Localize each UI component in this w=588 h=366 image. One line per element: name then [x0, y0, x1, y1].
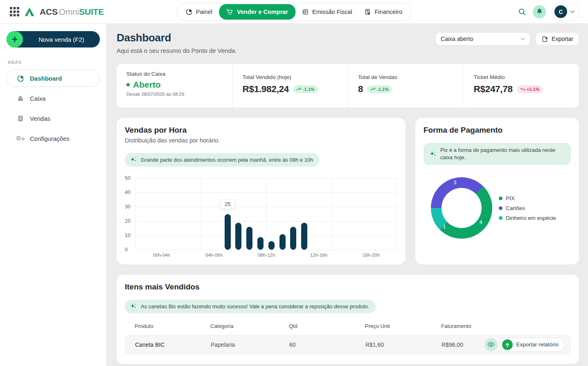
plus-icon	[7, 31, 23, 47]
stat-ticket-medio: Ticket Médio R$247,78 +1.1%	[464, 64, 579, 108]
hourly-sales-card: Vendas por Hora Distribuição das vendas …	[117, 118, 406, 264]
legend-dot	[499, 216, 502, 220]
search-icon	[518, 7, 527, 16]
cell-produto: Caneta BIC	[135, 341, 211, 348]
sidebar-item-label: Dashboard	[30, 75, 62, 82]
sidebar-item-label: Configurações	[30, 135, 70, 142]
stats-cards: Status do Caixa Aberto Desde 28/07/2025 …	[117, 64, 579, 108]
stat-status-do-caixa: Status do Caixa Aberto Desde 28/07/2025 …	[117, 64, 232, 108]
new-sale-label: Nova venda (F2)	[38, 36, 84, 43]
sidebar-item-caixa[interactable]: Caixa	[7, 90, 100, 107]
file-export-icon	[541, 36, 548, 43]
new-sale-button[interactable]: Nova venda (F2)	[7, 31, 100, 47]
payments-insight: Pix é a forma de pagamento mais utilizad…	[424, 143, 571, 165]
payment-donut: 431	[431, 177, 492, 239]
bar	[279, 234, 286, 250]
legend-dot	[499, 206, 502, 210]
hourly-insight-text: Grande parte dos atendimentos ocorrem pe…	[141, 157, 313, 163]
stat-title: Total de Vendas	[358, 74, 454, 80]
gridline	[397, 178, 397, 250]
trend-badge: +1.1%	[517, 85, 543, 93]
page-subtitle: Aqui está o seu resumo do Ponto de Venda…	[117, 47, 237, 54]
page-title: Dashboard	[117, 32, 237, 44]
export-label: Exportar	[552, 36, 573, 42]
donut-slice-value: 3	[454, 180, 457, 185]
x-axis: 00h-04h 04h-06h 08h-12h 12h-16h 16h-20h	[135, 253, 397, 258]
legend-item-pix: PIX	[499, 195, 556, 201]
nav-item-vender-e-comprar[interactable]: Vender e Comprar	[219, 4, 295, 20]
legend-label: Dinheiro em espécie	[506, 215, 556, 221]
sidebar-item-configuracoes[interactable]: ⚙⚙ Configurações	[7, 130, 100, 147]
row-actions: Exportar relatório	[484, 338, 565, 352]
sparkle-icon	[130, 156, 137, 163]
bar-tooltip: 25	[220, 199, 235, 209]
chevron-down-icon	[520, 38, 525, 41]
chevron-down-icon	[570, 10, 575, 14]
nav-item-emissao-fiscal[interactable]: Emissão Fiscal	[296, 5, 358, 19]
gears-icon: ⚙⚙	[17, 136, 24, 142]
receipt-icon	[302, 9, 309, 15]
top-items-insight-text: As canetas Bic estão fazendo muito suces…	[141, 303, 369, 310]
bar	[301, 223, 307, 250]
avatar: C	[554, 5, 567, 18]
sparkle-icon	[130, 303, 137, 310]
sidebar-item-label: Caixa	[30, 95, 45, 102]
y-axis-tick: 10	[125, 233, 131, 238]
hourly-card-title: Vendas por Hora	[125, 126, 397, 135]
nav-item-painel[interactable]: Painel	[180, 5, 218, 19]
cash-filter-value: Caixa aberto	[441, 36, 473, 42]
bar	[246, 227, 252, 250]
payment-donut-hole	[442, 188, 482, 228]
sidebar-item-dashboard[interactable]: Dashboard	[7, 70, 100, 87]
y-axis-tick: 0	[125, 247, 128, 253]
search-button[interactable]	[518, 7, 527, 16]
stat-title: Ticket Médio	[474, 74, 570, 80]
payment-legend: PIX Cartões Dinheiro em espécie	[499, 195, 556, 221]
column-header-categoria: Categoria	[210, 323, 289, 329]
trend-down-icon	[520, 88, 525, 91]
table-row[interactable]: Caneta BIC Papelaria 60 R$1,60 R$96,00 E…	[125, 335, 571, 354]
status-dot	[126, 83, 130, 86]
bar	[290, 227, 296, 250]
primary-nav: Painel Vender e Comprar Emissão Fiscal F…	[176, 3, 412, 21]
nav-item-financeiro[interactable]: Financeiro	[359, 5, 408, 19]
cash-register-icon	[17, 95, 24, 102]
nav-label: Painel	[196, 9, 212, 15]
sidebar-item-label: Vendas	[30, 115, 50, 122]
bell-icon	[536, 8, 543, 15]
stat-total-de-vendas: Total de Vendas 8 -1.1%	[348, 64, 464, 108]
view-item-button[interactable]	[484, 338, 498, 351]
stat-value: 8	[358, 84, 363, 95]
top-items-card: Itens mais Vendidos As canetas Bic estão…	[117, 275, 579, 364]
gridline	[266, 178, 266, 250]
sidebar: Nova venda (F2) ABAS Dashboard Caixa Ven…	[0, 24, 106, 366]
app-grid-icon[interactable]	[10, 7, 19, 16]
eye-icon	[487, 341, 495, 348]
brand-name: ACSOmniSUITE	[40, 7, 104, 17]
payments-card-title: Forma de Pagamento	[424, 126, 571, 135]
stat-value: R$1.982,24	[243, 84, 289, 95]
gridline	[201, 178, 201, 250]
brand-acs: ACS	[40, 7, 58, 17]
pie-chart-icon	[17, 75, 24, 82]
export-report-button[interactable]: Exportar relatório	[500, 338, 565, 352]
bar	[268, 241, 275, 250]
sidebar-item-vendas[interactable]: Vendas	[7, 110, 100, 127]
stat-title: Total Vendido (hoje)	[243, 74, 338, 80]
main-content: Dashboard Aqui está o seu resumo do Pont…	[106, 24, 588, 366]
cash-filter-select[interactable]: Caixa aberto	[435, 32, 530, 45]
bar	[225, 214, 231, 250]
export-button[interactable]: Exportar	[536, 32, 579, 45]
user-menu[interactable]: C	[552, 3, 580, 20]
stat-value: R$247,78	[474, 84, 513, 95]
gridline	[331, 178, 332, 250]
column-header-preco-unit: Preço Unit	[365, 323, 441, 329]
column-header-qtd: Qtd	[289, 323, 365, 329]
x-axis-tick: 08h-12h	[240, 253, 293, 258]
column-header-faturamento: Faturamento	[441, 323, 561, 329]
cell-categoria: Papelaria	[211, 341, 289, 348]
cell-qtd: 60	[289, 341, 365, 348]
export-report-label: Exportar relatório	[516, 341, 559, 348]
nav-label: Vender e Comprar	[237, 9, 288, 15]
notifications-button[interactable]	[533, 5, 546, 18]
